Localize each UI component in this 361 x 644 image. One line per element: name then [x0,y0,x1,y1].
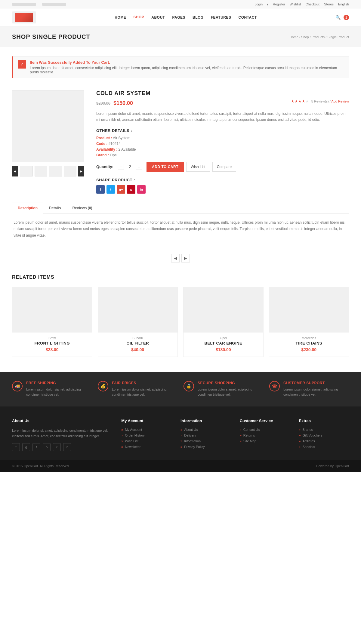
related-name-3: BELT CAR ENGINE [184,341,263,345]
footer-link-contactus[interactable]: Contact Us [240,428,290,431]
logo-text-placeholder [12,3,36,6]
checkout-link[interactable]: Checkout [306,2,319,6]
feature-secure-desc: Lorem ipsum dolor siamet, adipiscing con… [198,387,263,397]
language-select[interactable]: English [338,2,349,6]
related-item-3: Opel BELT CAR ENGINE $180.00 [183,287,264,357]
thumb-1[interactable] [20,166,33,176]
footer-link-delivery[interactable]: Delivery [180,434,231,437]
feature-prices-title: FAIR PRICES [112,381,177,385]
social-instagram[interactable]: in [63,443,71,451]
tabs-section: Description Details Reviews (0) Lorem ip… [0,203,361,248]
footer-link-specials[interactable]: Specials [299,445,349,449]
tab-description[interactable]: Description [12,203,43,213]
alert-text: Item Was Successfully Added To Your Cart… [30,60,344,74]
nav-features[interactable]: FEATURES [210,14,232,21]
page-prev[interactable]: ◀ [171,254,180,262]
register-link[interactable]: Register [273,2,285,6]
footer-link-sitemap[interactable]: Site Map [240,439,290,443]
stores-link[interactable]: Stores [324,2,334,6]
related-price-2: $40.00 [98,347,178,352]
footer-about-text: Lorem ipsum dolor sit amet, adipiscing c… [12,428,112,439]
nav-blog[interactable]: BLOG [192,14,204,21]
cart-count: 2 [345,16,347,19]
twitter-share[interactable]: t [106,185,115,194]
compare-button[interactable]: Compare [212,162,236,172]
nav-contact[interactable]: CONTACT [238,14,257,21]
related-brand-2: Subaru [98,336,178,340]
thumb-prev[interactable]: ◀ [12,166,18,176]
footer-link-orderhistory[interactable]: Order History [121,434,171,437]
footer-link-myaccount[interactable]: My Account [121,428,171,431]
feature-shipping-title: FREE SHIPPING [26,381,92,385]
footer-extras-title: Extras [299,419,349,423]
slash: / [267,2,268,6]
related-brand-3: Opel [184,336,263,340]
page-next[interactable]: ▶ [181,254,190,262]
login-link[interactable]: Login [255,2,263,6]
product-images: ◀ ▶ [12,90,84,194]
check-icon: ✓ [20,62,24,67]
page-title: SHOP SINGLE PRODUCT [12,33,90,40]
nav-shop[interactable]: SHOP [133,14,145,21]
footer-link-affiliates[interactable]: Affiliates [299,439,349,443]
feature-prices-desc: Lorem ipsum dolor siamet, adipiscing con… [112,387,177,397]
social-google[interactable]: g [22,443,30,451]
social-pinterest[interactable]: p [43,443,51,451]
add-review-link[interactable]: Add Review [331,100,349,103]
nav-home[interactable]: HOME [114,14,127,21]
nav-pages[interactable]: PAGES [171,14,186,21]
footer-link-information[interactable]: Information [180,439,231,443]
footer-link-brands[interactable]: Brands [299,428,349,431]
social-rss[interactable]: r [53,443,61,451]
footer-about: About Us Lorem ipsum dolor sit amet, adi… [12,419,112,451]
qty-increase[interactable]: + [136,164,142,170]
wish-list-button[interactable]: Wish List [186,162,210,172]
tab-reviews[interactable]: Reviews (0) [66,203,98,213]
product-description: Lorem ipsum dolor sit amet, mauris suspe… [96,111,349,123]
logo [12,11,36,23]
nav-links: HOME SHOP ABOUT PAGES BLOG FEATURES CONT… [114,14,258,21]
feature-support: ☎ CUSTOMER SUPPORT Lorem ipsum dolor sia… [269,381,349,397]
thumb-2[interactable] [35,166,48,176]
pinterest-share[interactable]: p [127,185,135,194]
footer-about-title: About Us [12,419,112,423]
google-share[interactable]: g+ [117,185,125,194]
wishlist-link[interactable]: Wishlist [290,2,301,6]
thumb-next[interactable]: ▶ [78,166,84,176]
detail-brand: Brand : Opel [96,153,349,157]
related-price-3: $180.00 [184,347,263,352]
social-facebook[interactable]: f [12,443,20,451]
footer-link-privacy[interactable]: Privacy Policy [180,445,231,449]
feature-secure-text: SECURE SHOPPING Lorem ipsum dolor siamet… [198,381,263,397]
footer-link-wishlist[interactable]: Wish List [121,439,171,443]
related-img-3 [184,287,263,333]
add-to-cart-button[interactable]: Add To Cart [147,162,184,172]
facebook-share[interactable]: f [96,185,105,194]
footer-link-returns[interactable]: Returns [240,434,290,437]
footer-link-about[interactable]: About Us [180,428,231,431]
qty-decrease[interactable]: − [118,164,124,170]
feature-prices: 💰 FAIR PRICES Lorem ipsum dolor siamet, … [98,381,177,397]
thumb-4[interactable] [64,166,77,176]
related-img-4 [269,287,349,333]
feature-shipping-text: FREE SHIPPING Lorem ipsum dolor siamet, … [26,381,92,397]
related-grid: Bmw FRONT LIGHTING $28.00 Subaru OIL FIL… [12,287,349,357]
page-header: SHOP SINGLE PRODUCT Home / Shop / Produc… [0,27,361,47]
review-count: 5 Review(s) / Add Review [311,100,349,103]
logo-image [15,13,33,22]
cart-icon[interactable]: 2 [344,15,349,20]
feature-support-desc: Lorem ipsum dolor siamet, adipiscing con… [283,387,349,397]
tab-details[interactable]: Details [43,203,66,213]
footer-social: f g t p r in [12,443,112,451]
footer-customerservice-list: Contact Us Returns Site Map [240,428,290,443]
tagline-placeholder [42,3,66,6]
product-details: COLD AIR SYSTEM $200.00 $150.00 ★★★★★ 5 … [96,90,349,194]
footer-link-giftvouchers[interactable]: Gift Vouchers [299,434,349,437]
footer-link-newsletter[interactable]: Newsletter [121,445,171,449]
social-twitter[interactable]: t [32,443,40,451]
instagram-share[interactable]: in [137,185,146,194]
thumb-3[interactable] [49,166,62,176]
nav-about[interactable]: ABOUT [151,14,165,21]
search-icon[interactable]: 🔍 [335,15,341,20]
shipping-icon: 🚚 [12,381,23,391]
